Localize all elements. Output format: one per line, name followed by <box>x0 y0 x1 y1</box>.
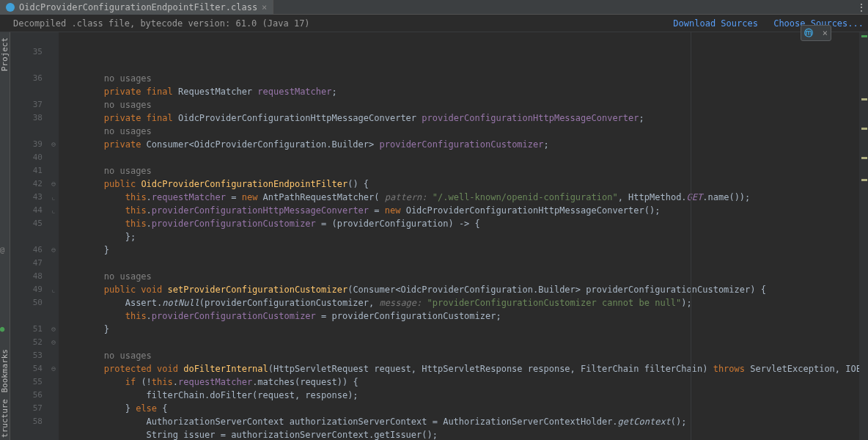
left-toolwindow-bar: Project Bookmarks tructure <box>0 32 10 440</box>
code-line[interactable]: filterChain.doFilter(request, response); <box>62 389 859 402</box>
code-line[interactable]: no usages <box>62 349 859 362</box>
line-number[interactable]: 57 <box>10 402 43 415</box>
tab-bar: OidcProviderConfigurationEndpointFilter.… <box>0 0 868 15</box>
code-line[interactable]: Assert.notNull(providerConfigurationCust… <box>62 296 859 309</box>
line-number[interactable]: 55 <box>10 375 43 389</box>
line-number[interactable]: 45 <box>10 217 43 230</box>
fold-toggle[interactable]: ⌞ <box>48 204 59 217</box>
breadcrumb-bar: Decompiled .class file, bytecode version… <box>0 15 868 32</box>
fold-toggle <box>48 296 59 309</box>
code-line[interactable]: public void setProviderConfigurationCust… <box>62 283 859 296</box>
fold-toggle <box>48 309 59 323</box>
fold-toggle <box>48 72 59 85</box>
fold-toggle[interactable]: ⌞ <box>48 283 59 296</box>
code-line[interactable]: } <box>62 243 859 257</box>
line-number[interactable]: 36 <box>10 72 43 85</box>
decompile-info: Decompiled .class file, bytecode version… <box>4 18 310 29</box>
line-number[interactable]: 56 <box>10 389 43 402</box>
project-tool[interactable]: Project <box>0 35 10 73</box>
line-number[interactable]: 41 <box>10 164 43 177</box>
fold-toggle[interactable]: ⊖ <box>48 243 59 257</box>
line-number[interactable]: 37 <box>10 98 43 111</box>
line-number[interactable]: 47 <box>10 257 43 270</box>
code-line[interactable]: } else { <box>62 402 859 415</box>
code-line[interactable]: no usages <box>62 125 859 138</box>
close-icon[interactable]: × <box>262 3 267 12</box>
code-line[interactable]: }; <box>62 230 859 243</box>
fold-toggle[interactable]: ⊖ <box>48 138 59 151</box>
code-line[interactable] <box>62 151 859 164</box>
code-line[interactable]: String issuer = authorizationServerConte… <box>62 428 859 440</box>
line-number[interactable]: 51● <box>10 323 43 336</box>
line-number[interactable]: 42 <box>10 177 43 191</box>
code-line[interactable]: public OidcProviderConfigurationEndpoint… <box>62 177 859 191</box>
line-number[interactable] <box>10 230 43 243</box>
line-number[interactable] <box>10 309 43 323</box>
right-margin-line <box>691 32 691 440</box>
code-line[interactable]: no usages <box>62 164 859 177</box>
download-sources-link[interactable]: Download Sources <box>673 18 758 29</box>
more-menu-icon[interactable]: ⋮ <box>856 1 867 13</box>
code-line[interactable]: this.providerConfigurationCustomizer = p… <box>62 309 859 323</box>
inspection-marker[interactable] <box>861 98 867 100</box>
code-line[interactable]: private final RequestMatcher requestMatc… <box>62 85 859 98</box>
fold-toggle <box>48 349 59 362</box>
code-area[interactable]: no usages private final RequestMatcher r… <box>59 32 859 440</box>
bookmarks-tool[interactable]: Bookmarks <box>0 347 10 395</box>
inspection-marker[interactable] <box>861 128 867 130</box>
line-number[interactable]: 48 <box>10 270 43 283</box>
line-number[interactable]: 40 <box>10 151 43 164</box>
fold-toggle[interactable]: ⌞ <box>48 191 59 204</box>
code-line[interactable]: protected void doFilterInternal(HttpServ… <box>62 362 859 375</box>
code-line[interactable]: this.providerConfigurationCustomizer = (… <box>62 217 859 230</box>
line-number[interactable] <box>10 85 43 98</box>
code-line[interactable]: if (!this.requestMatcher.matches(request… <box>62 375 859 389</box>
line-number[interactable]: 35 <box>10 45 43 59</box>
line-number[interactable]: 43 <box>10 191 43 204</box>
editor-tab[interactable]: OidcProviderConfigurationEndpointFilter.… <box>0 0 273 15</box>
code-line[interactable]: AuthorizationServerContext authorization… <box>62 415 859 428</box>
fold-toggle[interactable]: ⊖ <box>48 177 59 191</box>
code-line[interactable] <box>62 336 859 349</box>
line-number[interactable]: 54 <box>10 362 43 375</box>
error-stripe[interactable] <box>859 32 868 440</box>
class-file-icon <box>6 3 15 12</box>
line-number[interactable]: 39 <box>10 138 43 151</box>
close-icon[interactable]: × <box>823 28 828 38</box>
fold-toggle <box>48 217 59 230</box>
code-line[interactable]: } <box>62 323 859 336</box>
fold-toggle[interactable]: ⊖ <box>48 323 59 336</box>
status-marker <box>861 35 867 37</box>
fold-toggle <box>48 32 59 45</box>
fold-toggle[interactable]: ⊖ <box>48 336 59 349</box>
fold-toggle[interactable]: ⊖ <box>48 362 59 375</box>
line-number[interactable]: 44 <box>10 204 43 217</box>
fold-toggle <box>48 270 59 283</box>
inspection-marker[interactable] <box>861 157 867 159</box>
fold-toggle <box>48 45 59 59</box>
line-number[interactable]: 38 <box>10 111 43 125</box>
line-number[interactable]: 53 <box>10 349 43 362</box>
code-line[interactable] <box>62 257 859 270</box>
line-number[interactable] <box>10 59 43 72</box>
code-line[interactable]: this.requestMatcher = new AntPathRequest… <box>62 191 859 204</box>
inspection-marker[interactable] <box>861 179 867 181</box>
code-line[interactable]: private final OidcProviderConfigurationH… <box>62 111 859 125</box>
code-line[interactable]: no usages <box>62 72 859 85</box>
code-line[interactable]: no usages <box>62 98 859 111</box>
line-number[interactable] <box>10 32 43 45</box>
line-number[interactable]: 46@ <box>10 243 43 257</box>
code-line[interactable]: no usages <box>62 270 859 283</box>
structure-tool[interactable]: tructure <box>0 397 10 440</box>
reader-mode-badge[interactable]: ⓜ × <box>801 25 831 41</box>
line-number[interactable] <box>10 125 43 138</box>
code-line[interactable]: private Consumer<OidcProviderConfigurati… <box>62 138 859 151</box>
line-number[interactable]: 49 <box>10 283 43 296</box>
line-number-gutter: 353637383940414243444546@4748495051●5253… <box>10 32 48 440</box>
line-number[interactable]: 50 <box>10 296 43 309</box>
code-line[interactable]: this.providerConfigurationHttpMessageCon… <box>62 204 859 217</box>
line-number[interactable]: 58 <box>10 415 43 428</box>
fold-gutter[interactable]: ⊖⊖⌞⌞⊖⌞⊖⊖⊖ <box>48 32 59 440</box>
line-number[interactable]: 52 <box>10 336 43 349</box>
fold-toggle <box>48 257 59 270</box>
